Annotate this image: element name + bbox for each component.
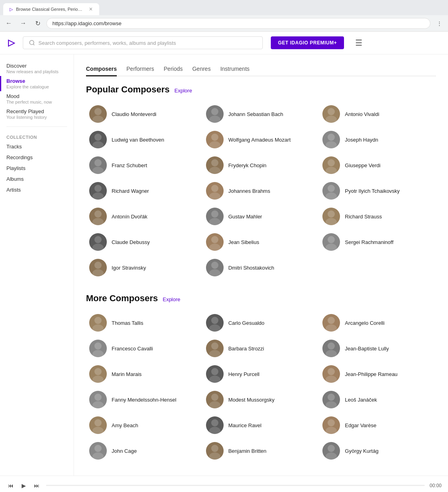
sidebar-item-mood[interactable]: Mood The perfect music, now [0, 91, 74, 106]
forward-button[interactable]: → [18, 18, 29, 29]
composer-item[interactable]: Fryderyk Chopin [203, 152, 320, 178]
composer-item[interactable]: Modest Mussorgsky [203, 387, 320, 412]
svg-point-65 [326, 401, 337, 408]
svg-point-18 [328, 159, 335, 166]
composer-item[interactable]: Richard Wagner [86, 178, 203, 204]
composer-item[interactable]: Franz Schubert [86, 152, 203, 178]
composer-avatar [89, 365, 107, 383]
composer-avatar [206, 416, 224, 434]
composer-item[interactable]: Pyotr Ilyich Tchaikovsky [319, 178, 436, 204]
svg-point-52 [328, 342, 335, 350]
player-play-button[interactable]: ▶ [20, 481, 28, 490]
svg-point-40 [211, 262, 218, 269]
browser-tab[interactable]: ▷ Browse Classical Genres, Periods, Inst… [3, 3, 99, 15]
composer-item[interactable]: Barbara Strozzi [203, 336, 320, 361]
composer-item[interactable]: György Kurtág [319, 438, 436, 464]
sidebar-item-tracks[interactable]: Tracks [0, 141, 74, 152]
composer-item[interactable]: Richard Strauss [319, 204, 436, 229]
composer-item[interactable]: Edgar Varèse [319, 412, 436, 438]
composer-item[interactable]: Arcangelo Corelli [319, 310, 436, 336]
composer-item[interactable]: Benjamin Britten [203, 438, 320, 464]
composer-item[interactable]: Maurice Ravel [203, 412, 320, 438]
svg-point-76 [328, 445, 335, 452]
composer-item[interactable]: Dmitri Shostakovich [203, 255, 320, 280]
composer-name: Henry Purcell [228, 371, 260, 377]
svg-point-42 [94, 317, 102, 324]
composer-item[interactable]: Henry Purcell [203, 361, 320, 387]
sidebar-item-artists[interactable]: Artists [0, 184, 74, 195]
player-progress-bar[interactable] [46, 485, 425, 486]
composer-avatar [322, 416, 340, 434]
composer-avatar [89, 391, 107, 408]
svg-point-72 [94, 445, 102, 452]
browser-menu-button[interactable]: ⋮ [434, 18, 445, 29]
composer-item[interactable]: Jean Sibelius [203, 229, 320, 255]
svg-point-7 [326, 116, 337, 123]
composer-item[interactable]: Gustav Mahler [203, 204, 320, 229]
composer-item[interactable]: Antonio Vivaldi [319, 101, 436, 127]
composer-item[interactable]: Fanny Mendelssohn-Hensel [86, 387, 203, 412]
sidebar-item-recently-played[interactable]: Recently Played Your listening history [0, 106, 74, 122]
composer-name: Marin Marais [112, 371, 142, 377]
hamburger-icon[interactable]: ☰ [355, 38, 362, 48]
composer-name: Jean-Baptiste Lully [345, 346, 389, 352]
sidebar-item-playlists[interactable]: Playlists [0, 163, 74, 174]
composer-item[interactable]: Johannes Brahms [203, 178, 320, 204]
tab-periods[interactable]: Periods [164, 62, 182, 76]
composer-item[interactable]: Jean-Baptiste Lully [319, 336, 436, 361]
composer-item[interactable]: Amy Beach [86, 412, 203, 438]
composer-item[interactable]: Johann Sebastian Bach [203, 101, 320, 127]
tab-composers[interactable]: Composers [86, 62, 117, 76]
composer-item[interactable]: Francesco Cavalli [86, 336, 203, 361]
composer-item[interactable]: Joseph Haydn [319, 127, 436, 152]
composer-avatar [89, 208, 107, 225]
composer-avatar [206, 365, 224, 383]
composer-item[interactable]: Thomas Tallis [86, 310, 203, 336]
composer-item[interactable]: John Cage [86, 438, 203, 464]
more-explore-link[interactable]: Explore [163, 296, 180, 302]
player-prev-button[interactable]: ⏮ [6, 481, 15, 490]
more-composers-section: More Composers Explore Thomas TallisCarl… [86, 293, 436, 464]
composer-item[interactable]: Ludwig van Beethoven [86, 127, 203, 152]
refresh-button[interactable]: ↻ [32, 18, 43, 29]
tab-performers[interactable]: Performers [126, 62, 154, 76]
tab-genres[interactable]: Genres [192, 62, 211, 76]
sidebar-item-discover[interactable]: Discover New releases and playlists [0, 61, 74, 76]
composer-item[interactable]: Sergei Rachmaninoff [319, 229, 436, 255]
address-bar[interactable]: https://app.idagio.com/browse [46, 18, 430, 29]
composer-avatar [89, 182, 107, 200]
composer-item[interactable]: Claude Debussy [86, 229, 203, 255]
sidebar-item-albums[interactable]: Albums [0, 174, 74, 184]
svg-point-57 [209, 376, 220, 383]
composer-name: Benjamin Britten [228, 448, 266, 454]
composer-item[interactable]: Marin Marais [86, 361, 203, 387]
composer-name: Joseph Haydn [345, 137, 378, 143]
svg-point-53 [326, 350, 337, 357]
composer-item[interactable]: Carlo Gesualdo [203, 310, 320, 336]
composer-item[interactable]: Giuseppe Verdi [319, 152, 436, 178]
svg-point-32 [94, 236, 102, 243]
popular-explore-link[interactable]: Explore [174, 88, 192, 94]
sidebar-item-recordings[interactable]: Recordings [0, 152, 74, 163]
svg-point-6 [328, 108, 335, 115]
composer-name: Francesco Cavalli [112, 346, 153, 352]
premium-button[interactable]: GET IDAGIO PREMIUM+ [271, 36, 344, 49]
svg-point-28 [211, 210, 218, 218]
composer-item[interactable]: Wolfgang Amadeus Mozart [203, 127, 320, 152]
composer-item[interactable]: Leoš Janáček [319, 387, 436, 412]
sidebar-item-browse[interactable]: Browse Explore the catalogue [0, 76, 74, 91]
sidebar-discover-subtitle: New releases and playlists [6, 69, 67, 74]
app-logo: ▷ [8, 38, 15, 48]
tab-instruments[interactable]: Instruments [220, 62, 250, 76]
svg-point-49 [92, 350, 104, 357]
back-button[interactable]: ← [3, 18, 14, 29]
composer-item[interactable]: Igor Stravinsky [86, 255, 203, 280]
composer-avatar [89, 340, 107, 357]
address-text: https://app.idagio.com/browse [52, 20, 122, 26]
composer-name: Pyotr Ilyich Tchaikovsky [345, 188, 400, 194]
composer-item[interactable]: Claudio Monteverdi [86, 101, 203, 127]
composer-item[interactable]: Jean-Philippe Rameau [319, 361, 436, 387]
player-next-button[interactable]: ⏭ [32, 481, 41, 490]
composer-item[interactable]: Antonín Dvořák [86, 204, 203, 229]
search-bar[interactable]: Search composers, performers, works, alb… [23, 36, 263, 49]
